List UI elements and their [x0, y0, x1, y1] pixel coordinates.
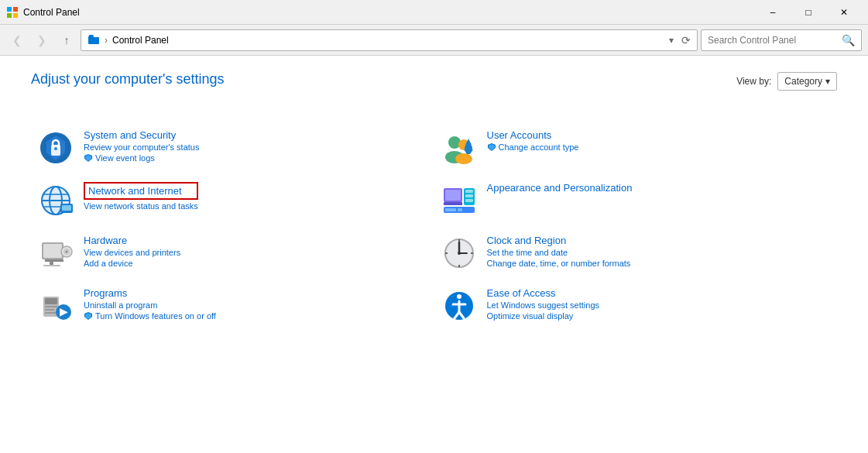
close-button[interactable]: ✕	[826, 0, 862, 25]
system-security-link[interactable]: Review your computer's status	[84, 142, 199, 152]
address-bar[interactable]: › Control Panel ▾ ⟳	[81, 29, 698, 51]
maximize-button[interactable]: □	[791, 0, 826, 25]
network-internet-icon	[37, 182, 74, 219]
svg-point-49	[66, 251, 68, 253]
svg-rect-63	[45, 306, 57, 307]
svg-point-56	[458, 252, 461, 255]
address-text: Control Panel	[112, 35, 664, 46]
user-accounts-title[interactable]: User Accounts	[487, 129, 579, 141]
category-item-programs[interactable]: ▶ ProgramsUninstall a programTurn Window…	[31, 280, 434, 332]
ease-access-content: Ease of AccessLet Windows suggest settin…	[487, 287, 600, 321]
clock-region-icon	[441, 235, 478, 272]
minimize-button[interactable]: –	[755, 0, 791, 25]
user-accounts-icon	[441, 129, 478, 166]
svg-rect-45	[43, 244, 62, 258]
svg-point-13	[54, 147, 57, 150]
view-by-dropdown[interactable]: Category ▾	[777, 72, 837, 91]
ease-access-icon	[441, 287, 478, 324]
system-security-link[interactable]: View event logs	[84, 153, 199, 163]
hardware-link[interactable]: View devices and printers	[84, 248, 180, 257]
hardware-title[interactable]: Hardware	[84, 235, 180, 246]
category-item-appearance[interactable]: Appearance and Personalization	[434, 174, 838, 227]
title-bar: Control Panel – □ ✕	[0, 0, 868, 25]
user-accounts-link[interactable]: Change account type	[487, 142, 579, 152]
network-internet-content: Network and InternetView network status …	[84, 182, 198, 211]
window-controls: – □ ✕	[755, 0, 862, 25]
view-by-arrow: ▾	[825, 76, 830, 87]
appearance-icon	[441, 182, 478, 219]
svg-rect-1	[13, 7, 18, 12]
address-dropdown-arrow[interactable]: ▾	[669, 35, 674, 46]
view-by-label: View by:	[736, 76, 771, 87]
svg-rect-35	[445, 190, 461, 201]
shield-icon	[84, 153, 93, 163]
svg-rect-33	[65, 211, 68, 212]
category-item-user-accounts[interactable]: User AccountsChange account type	[434, 122, 838, 174]
categories-grid: System and SecurityReview your computer'…	[31, 122, 837, 332]
svg-rect-43	[458, 208, 462, 211]
svg-rect-39	[465, 194, 473, 197]
svg-rect-62	[45, 298, 57, 304]
shield-icon	[487, 142, 496, 152]
clock-region-title[interactable]: Clock and Region	[487, 235, 631, 246]
window-title: Control Panel	[23, 7, 80, 18]
programs-icon: ▶	[37, 287, 74, 324]
system-security-title[interactable]: System and Security	[84, 129, 199, 141]
nav-bar: ❮ ❯ ↑ › Control Panel ▾ ⟳ 🔍	[0, 25, 868, 56]
programs-link[interactable]: Uninstall a program	[84, 300, 216, 310]
system-security-content: System and SecurityReview your computer'…	[84, 129, 199, 163]
network-internet-title[interactable]: Network and Internet	[84, 182, 198, 200]
svg-rect-65	[45, 312, 56, 314]
clock-region-link[interactable]: Change date, time, or number formats	[487, 259, 631, 268]
page-title: Adjust your computer's settings	[31, 71, 225, 88]
svg-rect-2	[7, 13, 12, 18]
programs-content: ProgramsUninstall a programTurn Windows …	[84, 287, 216, 321]
hardware-content: HardwareView devices and printersAdd a d…	[84, 235, 180, 268]
svg-rect-51	[43, 265, 60, 266]
ease-access-link[interactable]: Optimize visual display	[487, 311, 600, 321]
shield-icon	[84, 311, 93, 321]
category-item-network-internet[interactable]: Network and InternetView network status …	[31, 174, 434, 227]
category-item-clock-region[interactable]: Clock and RegionSet the time and dateCha…	[434, 227, 838, 280]
appearance-title[interactable]: Appearance and Personalization	[487, 182, 633, 194]
search-bar[interactable]: 🔍	[701, 29, 862, 51]
svg-rect-32	[62, 205, 71, 211]
svg-rect-40	[465, 199, 473, 202]
category-item-hardware[interactable]: HardwareView devices and printersAdd a d…	[31, 227, 434, 280]
clock-region-link[interactable]: Set the time and date	[487, 248, 631, 257]
search-input[interactable]	[708, 35, 839, 46]
network-internet-link[interactable]: View network status and tasks	[84, 201, 198, 211]
back-button[interactable]: ❮	[6, 29, 28, 51]
svg-rect-64	[45, 309, 54, 311]
category-item-ease-access[interactable]: Ease of AccessLet Windows suggest settin…	[434, 280, 838, 332]
svg-point-19	[455, 153, 472, 164]
svg-rect-38	[465, 190, 473, 193]
svg-text:▶: ▶	[60, 305, 68, 317]
address-separator: ›	[105, 35, 108, 46]
refresh-button[interactable]: ⟳	[681, 34, 691, 46]
up-button[interactable]: ↑	[56, 29, 77, 51]
forward-button[interactable]: ❯	[31, 29, 53, 51]
programs-link[interactable]: Turn Windows features on or off	[84, 311, 216, 321]
svg-rect-36	[444, 202, 462, 205]
svg-rect-7	[88, 37, 99, 44]
hardware-link[interactable]: Add a device	[84, 259, 180, 268]
svg-point-71	[457, 294, 461, 299]
search-icon: 🔍	[842, 34, 855, 46]
svg-rect-8	[89, 35, 93, 38]
folder-icon	[87, 34, 100, 46]
category-item-system-security[interactable]: System and SecurityReview your computer'…	[31, 122, 434, 174]
svg-rect-0	[7, 7, 12, 12]
view-by-bar: View by: Category ▾	[736, 72, 837, 91]
svg-rect-50	[50, 262, 53, 265]
control-panel-icon	[6, 6, 19, 19]
svg-rect-46	[45, 259, 63, 262]
programs-title[interactable]: Programs	[84, 287, 216, 299]
ease-access-title[interactable]: Ease of Access	[487, 287, 600, 299]
ease-access-link[interactable]: Let Windows suggest settings	[487, 300, 600, 310]
svg-rect-42	[445, 208, 456, 211]
system-security-icon	[37, 129, 74, 166]
clock-region-content: Clock and RegionSet the time and dateCha…	[487, 235, 631, 268]
main-content: Adjust your computer's settings View by:…	[0, 56, 868, 348]
hardware-icon	[37, 235, 74, 272]
